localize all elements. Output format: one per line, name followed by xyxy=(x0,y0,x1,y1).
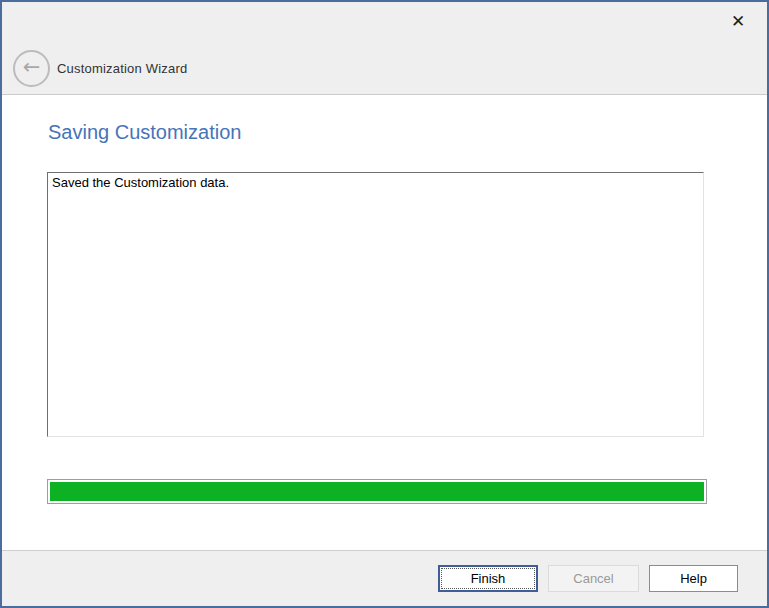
log-line: Saved the Customization data. xyxy=(52,175,699,190)
wizard-window: ← Customization Wizard ✕ Saving Customiz… xyxy=(0,0,769,608)
back-arrow-icon: ← xyxy=(23,57,41,78)
wizard-header: ← Customization Wizard xyxy=(2,2,767,95)
progress-bar xyxy=(47,479,707,504)
cancel-button[interactable]: Cancel xyxy=(548,565,639,592)
log-listbox[interactable]: Saved the Customization data. xyxy=(47,172,704,437)
wizard-title: Customization Wizard xyxy=(57,61,187,76)
close-button[interactable]: ✕ xyxy=(723,6,753,36)
finish-button[interactable]: Finish xyxy=(438,565,538,592)
help-button[interactable]: Help xyxy=(649,565,738,592)
back-button[interactable]: ← xyxy=(13,50,50,87)
progress-fill xyxy=(50,482,704,501)
close-icon: ✕ xyxy=(731,13,745,30)
page-title: Saving Customization xyxy=(48,121,241,144)
footer-button-bar: Finish Cancel Help xyxy=(2,550,767,606)
